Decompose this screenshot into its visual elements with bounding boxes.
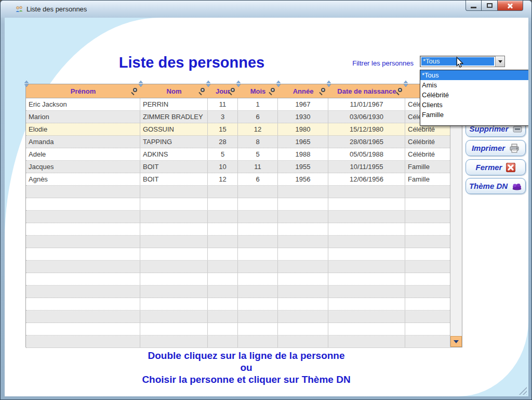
cell-jour: 28: [208, 136, 238, 148]
sort-arrows-icon[interactable]: [24, 81, 29, 87]
table-row-empty: [26, 298, 451, 311]
table-row[interactable]: Marion ZIMMER BRADLEY 3 6 1930 03/06/193…: [26, 111, 451, 123]
cell-prenom: Elodie: [26, 123, 140, 135]
instructions-text: Double cliquez sur la ligne de la person…: [36, 350, 457, 385]
close-button[interactable]: [497, 1, 523, 11]
table-row[interactable]: Amanda TAPPING 28 8 1965 28/08/1965 Célé…: [26, 136, 451, 148]
filter-label: Filtrer les personnes: [346, 59, 414, 67]
scroll-down-button[interactable]: [450, 336, 462, 347]
purple-hat-icon: [512, 182, 522, 190]
imprimer-button[interactable]: Imprimer: [466, 140, 526, 156]
cell-nom: BOIT: [140, 161, 208, 173]
column-header-mois[interactable]: Mois: [238, 84, 278, 98]
cell-theme: Famille: [405, 161, 451, 173]
cell-prenom: Adele: [26, 148, 140, 160]
column-header-annee[interactable]: Année: [278, 84, 328, 98]
table-row[interactable]: Agnès BOIT 12 6 1956 12/06/1956 Famille: [26, 173, 451, 186]
theme-dn-label: Thème DN: [469, 182, 508, 190]
search-icon[interactable]: [201, 88, 205, 92]
cell-date: 11/01/1967: [328, 98, 405, 110]
table-row-empty: [26, 236, 451, 248]
instruction-line: Choisir la personne et cliquer sur Thème…: [36, 373, 457, 385]
cell-date: 15/12/1980: [328, 123, 405, 135]
table-row[interactable]: Eric Jackson PERRIN 11 1 1967 11/01/1967…: [26, 98, 451, 111]
dropdown-option-clients[interactable]: Clients: [420, 100, 528, 110]
titlebar[interactable]: Liste des personnes: [1, 1, 531, 18]
cell-annee: 1955: [278, 161, 328, 173]
minimize-icon: [471, 7, 476, 8]
dropdown-option-famille[interactable]: Famille: [420, 110, 528, 120]
search-icon[interactable]: [231, 88, 235, 92]
table-row-empty: [26, 286, 451, 298]
persons-table: Prénom Nom Jour Mois Année Date de naiss…: [25, 84, 462, 347]
column-header-jour[interactable]: Jour: [208, 84, 238, 98]
table-row[interactable]: Adele ADKINS 5 5 1988 05/05/1988 Célébri…: [26, 148, 451, 161]
table-row-empty: [26, 311, 451, 323]
table-row-empty: [26, 223, 451, 236]
search-icon[interactable]: [321, 88, 325, 92]
chevron-down-icon[interactable]: [495, 56, 504, 67]
fermer-label: Fermer: [476, 163, 502, 172]
column-label: Prénom: [71, 87, 96, 95]
cell-nom: BOIT: [140, 173, 208, 185]
cell-annee: 1956: [278, 173, 328, 185]
sort-arrows-icon[interactable]: [404, 81, 408, 87]
sort-arrows-icon[interactable]: [276, 81, 281, 87]
sort-arrows-icon[interactable]: [327, 81, 331, 87]
column-header-prenom[interactable]: Prénom: [26, 84, 140, 98]
maximize-button[interactable]: [482, 1, 497, 11]
column-header-date-naissance[interactable]: Date de naissance: [328, 84, 405, 98]
cell-mois: 6: [238, 111, 278, 123]
cell-mois: 11: [238, 161, 278, 173]
mouse-pointer-icon: [456, 57, 464, 70]
cell-jour: 10: [208, 161, 238, 173]
table-row-selected[interactable]: Elodie GOSSUIN 15 12 1980 15/12/1980 Cél…: [26, 123, 451, 136]
cell-prenom: Marion: [26, 111, 140, 123]
window-title: Liste des personnes: [26, 5, 87, 13]
imprimer-label: Imprimer: [472, 144, 505, 152]
table-row-empty: [26, 211, 451, 223]
table-row-empty: [26, 336, 451, 348]
cell-nom: PERRIN: [140, 98, 208, 110]
cell-theme: Famille: [405, 173, 451, 185]
search-icon[interactable]: [398, 88, 402, 92]
table-row-empty: [26, 248, 451, 261]
resize-grip-icon[interactable]: [518, 386, 527, 395]
dropdown-option-amis[interactable]: Amis: [420, 80, 528, 90]
cell-mois: 1: [238, 98, 278, 110]
cell-annee: 1980: [278, 123, 328, 135]
table-body: Eric Jackson PERRIN 11 1 1967 11/01/1967…: [26, 98, 451, 347]
search-icon[interactable]: [271, 88, 275, 92]
cell-annee: 1965: [278, 136, 328, 148]
theme-dn-button[interactable]: Thème DN: [466, 178, 526, 194]
minimize-button[interactable]: [466, 1, 482, 11]
cell-annee: 1930: [278, 111, 328, 123]
column-header-nom[interactable]: Nom: [140, 84, 208, 98]
cell-prenom: Jacques: [26, 161, 140, 173]
sort-arrows-icon[interactable]: [139, 81, 143, 87]
close-icon: [507, 2, 514, 9]
sort-arrows-icon[interactable]: [236, 81, 241, 87]
filter-dropdown-list: *Tous Amis Célébrité Clients Famille: [420, 70, 528, 126]
column-label: Année: [293, 87, 314, 95]
dropdown-option-tous[interactable]: *Tous: [420, 70, 528, 80]
maximize-icon: [487, 3, 493, 8]
fermer-button[interactable]: Fermer: [466, 159, 526, 175]
table-row-empty: [26, 323, 451, 336]
table-row[interactable]: Jacques BOIT 10 11 1955 10/11/1955 Famil…: [26, 161, 451, 173]
sort-arrows-icon[interactable]: [206, 81, 211, 87]
dropdown-option-celebrite[interactable]: Célébrité: [420, 90, 528, 100]
search-icon[interactable]: [133, 88, 137, 92]
cell-date: 28/08/1965: [328, 136, 405, 148]
column-label: Mois: [250, 87, 266, 95]
cell-jour: 12: [208, 173, 238, 185]
app-icon: [15, 5, 23, 14]
table-row-empty: [26, 261, 451, 273]
instruction-line: Double cliquez sur la ligne de la person…: [36, 350, 457, 362]
app-window: Liste des personnes Liste des personnes …: [0, 0, 532, 400]
column-label: Jour: [216, 87, 230, 95]
cell-mois: 6: [238, 173, 278, 185]
cell-nom: ZIMMER BRADLEY: [140, 111, 208, 123]
vertical-scrollbar[interactable]: [450, 98, 462, 347]
cell-prenom: Amanda: [26, 136, 140, 148]
